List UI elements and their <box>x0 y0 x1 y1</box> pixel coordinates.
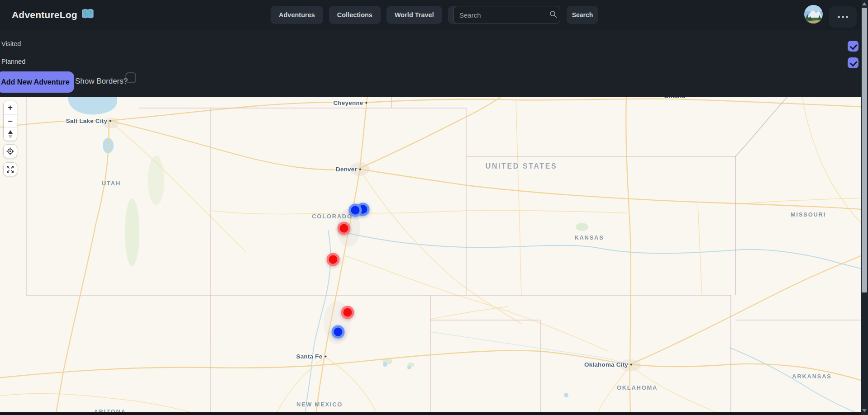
city-label: Cheyenne <box>333 99 367 106</box>
app-window: AdventureLog Adventures Collections Worl… <box>0 0 868 415</box>
scrollbar-thumb[interactable] <box>862 8 867 292</box>
app-logo[interactable]: AdventureLog <box>12 9 94 21</box>
nav-adventures[interactable]: Adventures <box>271 6 323 24</box>
pitch-up-icon <box>8 130 13 134</box>
search-button[interactable]: Search <box>567 6 598 24</box>
main-nav: Adventures Collections World Travel Map <box>271 6 477 24</box>
overflow-menu-button[interactable] <box>829 6 857 28</box>
city-label: Omaha <box>664 97 689 99</box>
adventure-marker-visited[interactable] <box>327 253 340 266</box>
map-zoom-controls: + − <box>4 101 17 141</box>
target-icon <box>6 147 14 155</box>
mountain-painting-icon <box>804 5 823 24</box>
geolocate-button[interactable] <box>4 145 17 158</box>
zoom-in-button[interactable]: + <box>4 101 17 114</box>
state-label: UTAH <box>102 180 121 187</box>
add-new-adventure-button[interactable]: Add New Adventure <box>0 71 74 93</box>
planned-label: Planned <box>1 58 25 65</box>
world-map-icon <box>82 9 94 21</box>
adventure-marker-planned[interactable] <box>332 325 345 339</box>
app-title: AdventureLog <box>12 9 77 20</box>
page-scrollbar <box>861 0 868 415</box>
state-label: KANSAS <box>574 234 604 241</box>
city-label: Salt Lake City <box>66 118 111 124</box>
state-label: NEW MEXICO <box>296 401 343 408</box>
visited-checkbox[interactable] <box>848 41 858 52</box>
map-overlay: UNITED STATESUTAHCOLORADOKANSASMISSOURIN… <box>0 97 861 412</box>
state-label: OKLAHOMA <box>617 384 658 391</box>
show-borders-checkbox[interactable] <box>125 72 136 83</box>
state-label: ARIZONA <box>94 408 126 413</box>
search-input[interactable] <box>459 11 549 19</box>
state-label: ARKANSAS <box>792 373 831 380</box>
visited-label: Visited <box>1 40 21 47</box>
header-area: AdventureLog Adventures Collections Worl… <box>0 0 861 97</box>
nav-collections[interactable]: Collections <box>329 6 381 24</box>
state-label: MISSOURI <box>791 211 826 218</box>
planned-checkbox[interactable] <box>848 57 858 68</box>
pitch-down-icon <box>8 135 13 138</box>
city-dot-icon <box>110 120 111 122</box>
compass-button[interactable] <box>4 127 17 141</box>
adventure-marker-visited[interactable] <box>341 306 354 319</box>
magnifier-icon <box>549 10 557 20</box>
navbar: AdventureLog Adventures Collections Worl… <box>0 0 861 30</box>
show-borders-label: Show Borders? <box>75 77 128 86</box>
bottom-edge <box>0 412 861 415</box>
city-label: Denver <box>336 166 361 173</box>
city-label: Oklahoma City <box>584 361 632 368</box>
city-dot-icon <box>366 102 367 104</box>
adventure-marker-visited[interactable] <box>338 222 351 235</box>
scroll-up-arrow-icon[interactable] <box>862 2 867 5</box>
city-dot-icon <box>324 355 326 357</box>
fullscreen-button[interactable] <box>4 163 17 176</box>
search-box <box>453 6 560 24</box>
city-dot-icon <box>359 168 361 170</box>
map-canvas[interactable]: UNITED STATESUTAHCOLORADOKANSASMISSOURIN… <box>0 97 861 412</box>
ellipsis-icon <box>838 16 840 18</box>
city-dot-icon <box>630 363 632 365</box>
nav-world-travel[interactable]: World Travel <box>386 6 442 24</box>
state-label: COLORADO <box>312 213 352 220</box>
avatar[interactable] <box>804 5 823 24</box>
adventure-marker-planned[interactable] <box>349 204 362 217</box>
zoom-out-button[interactable]: − <box>4 114 17 127</box>
city-label: Santa Fe <box>296 353 327 360</box>
scroll-down-arrow-icon[interactable] <box>862 409 867 412</box>
country-label: UNITED STATES <box>486 162 558 170</box>
expand-icon <box>6 165 14 173</box>
